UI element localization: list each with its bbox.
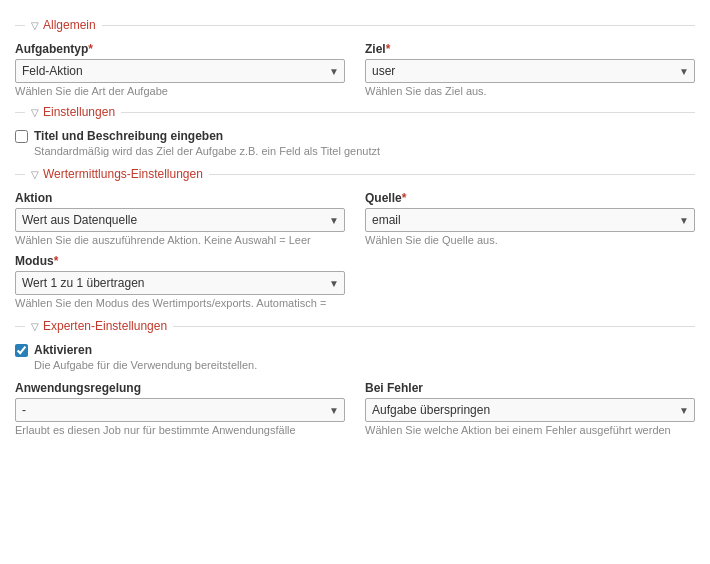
anwendungsregelung-select[interactable]: -	[15, 398, 345, 422]
beifehler-select[interactable]: Aufgabe überspringen	[365, 398, 695, 422]
allgemein-header: ▽ Allgemein	[15, 18, 695, 32]
anwendungsregelung-hint: Erlaubt es diesen Job nur für bestimmte …	[15, 424, 345, 436]
titel-row: Titel und Beschreibung eingeben Standard…	[15, 129, 695, 157]
wertermittlung-header: ▽ Wertermittlungs-Einstellungen	[15, 167, 695, 181]
wertermittlung-line	[209, 174, 695, 175]
aktion-label: Aktion	[15, 191, 345, 205]
allgemein-line	[102, 25, 695, 26]
experten-triangle: ▽	[31, 321, 39, 332]
anwendung-fehler-row: Anwendungsregelung - ▼ Erlaubt es diesen…	[15, 381, 695, 436]
ziel-select-wrapper: user ▼	[365, 59, 695, 83]
beifehler-col: Bei Fehler Aufgabe überspringen ▼ Wählen…	[365, 381, 695, 436]
ziel-hint: Wählen Sie das Ziel aus.	[365, 85, 695, 97]
aufgabentyp-hint: Wählen Sie die Art der Aufgabe	[15, 85, 345, 97]
allgemein-section: ▽ Allgemein Aufgabentyp* Feld-Aktion ▼ W…	[15, 18, 695, 97]
aufgabentyp-select-wrapper: Feld-Aktion ▼	[15, 59, 345, 83]
modus-label: Modus*	[15, 254, 345, 268]
einstellungen-triangle: ▽	[31, 107, 39, 118]
aktion-select-wrapper: Wert aus Datenquelle ▼	[15, 208, 345, 232]
beifehler-hint: Wählen Sie welche Aktion bei einem Fehle…	[365, 424, 695, 436]
aktion-quelle-row: Aktion Wert aus Datenquelle ▼ Wählen Sie…	[15, 191, 695, 246]
aktion-hint: Wählen Sie die auszuführende Aktion. Kei…	[15, 234, 345, 246]
anwendungsregelung-select-wrapper: - ▼	[15, 398, 345, 422]
anwendungsregelung-col: Anwendungsregelung - ▼ Erlaubt es diesen…	[15, 381, 345, 436]
modus-col: Modus* Wert 1 zu 1 übertragen ▼ Wählen S…	[15, 254, 345, 309]
beifehler-select-wrapper: Aufgabe überspringen ▼	[365, 398, 695, 422]
wertermittlung-triangle: ▽	[31, 169, 39, 180]
ziel-col: Ziel* user ▼ Wählen Sie das Ziel aus.	[365, 42, 695, 97]
anwendungsregelung-label: Anwendungsregelung	[15, 381, 345, 395]
einstellungen-section: ▽ Einstellungen Titel und Beschreibung e…	[15, 105, 695, 157]
modus-hint: Wählen Sie den Modus des Wertimports/exp…	[15, 297, 345, 309]
experten-header: ▽ Experten-Einstellungen	[15, 319, 695, 333]
aktivieren-text: Aktivieren Die Aufgabe für die Verwendun…	[34, 343, 257, 371]
aufgabentyp-select[interactable]: Feld-Aktion	[15, 59, 345, 83]
aufgabentyp-label: Aufgabentyp*	[15, 42, 345, 56]
aktivieren-label: Aktivieren	[34, 343, 257, 357]
quelle-hint: Wählen Sie die Quelle aus.	[365, 234, 695, 246]
aufgabentyp-ziel-row: Aufgabentyp* Feld-Aktion ▼ Wählen Sie di…	[15, 42, 695, 97]
experten-label: Experten-Einstellungen	[43, 319, 167, 333]
allgemein-triangle: ▽	[31, 20, 39, 31]
titel-text: Titel und Beschreibung eingeben Standard…	[34, 129, 380, 157]
quelle-select-wrapper: email ▼	[365, 208, 695, 232]
quelle-col: Quelle* email ▼ Wählen Sie die Quelle au…	[365, 191, 695, 246]
titel-label: Titel und Beschreibung eingeben	[34, 129, 380, 143]
aktivieren-hint: Die Aufgabe für die Verwendung bereitste…	[34, 359, 257, 371]
wertermittlung-section: ▽ Wertermittlungs-Einstellungen Aktion W…	[15, 167, 695, 309]
wertermittlung-label: Wertermittlungs-Einstellungen	[43, 167, 203, 181]
einstellungen-header: ▽ Einstellungen	[15, 105, 695, 119]
aktivieren-row: Aktivieren Die Aufgabe für die Verwendun…	[15, 343, 695, 371]
modus-select-wrapper: Wert 1 zu 1 übertragen ▼	[15, 271, 345, 295]
aktion-select[interactable]: Wert aus Datenquelle	[15, 208, 345, 232]
aktivieren-checkbox[interactable]	[15, 344, 28, 357]
experten-section: ▽ Experten-Einstellungen Aktivieren Die …	[15, 319, 695, 436]
quelle-label: Quelle*	[365, 191, 695, 205]
aufgabentyp-col: Aufgabentyp* Feld-Aktion ▼ Wählen Sie di…	[15, 42, 345, 97]
einstellungen-line	[121, 112, 695, 113]
allgemein-label: Allgemein	[43, 18, 96, 32]
modus-row: Modus* Wert 1 zu 1 übertragen ▼ Wählen S…	[15, 254, 695, 309]
quelle-select[interactable]: email	[365, 208, 695, 232]
titel-hint: Standardmäßig wird das Ziel der Aufgabe …	[34, 145, 380, 157]
einstellungen-label: Einstellungen	[43, 105, 115, 119]
aktion-col: Aktion Wert aus Datenquelle ▼ Wählen Sie…	[15, 191, 345, 246]
beifehler-label: Bei Fehler	[365, 381, 695, 395]
modus-select[interactable]: Wert 1 zu 1 übertragen	[15, 271, 345, 295]
titel-checkbox[interactable]	[15, 130, 28, 143]
ziel-select[interactable]: user	[365, 59, 695, 83]
experten-line	[173, 326, 695, 327]
ziel-label: Ziel*	[365, 42, 695, 56]
